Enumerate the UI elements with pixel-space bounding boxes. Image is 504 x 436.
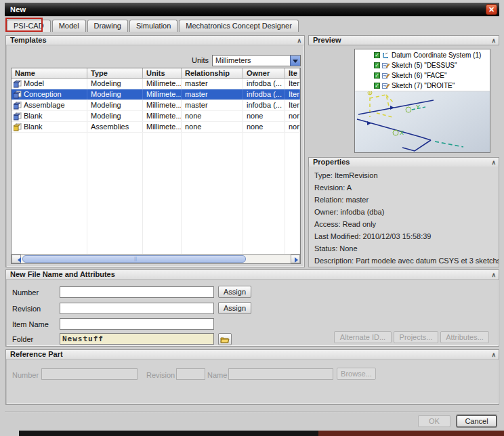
cell-type: Assemblies	[87, 122, 143, 132]
table-header[interactable]: Name Type Units Relationship Owner Ite	[12, 68, 300, 79]
cell-name: Model	[24, 79, 44, 89]
cell-units: Millimete...	[143, 79, 182, 89]
table-row[interactable]: Blank Assemblies Millimete... none none …	[12, 122, 300, 133]
folder-label: Folder	[12, 334, 33, 345]
title-bar: New ✕	[5, 3, 499, 16]
cell-item: Item	[285, 89, 300, 100]
units-value: Millimeters	[213, 56, 290, 66]
prop-type: Type: ItemRevision	[314, 171, 499, 183]
ref-number-input[interactable]	[41, 368, 138, 380]
prop-relation: Relation: master	[314, 195, 499, 207]
cell-units: Millimete...	[143, 122, 182, 132]
tab-mechatronics[interactable]: Mechatronics Concept Designer	[179, 20, 299, 32]
window-title: New	[5, 5, 26, 14]
tree-item-label: Sketch (5) "DESSUS"	[392, 62, 457, 69]
revision-input[interactable]	[60, 303, 214, 314]
cell-type: Modeling	[87, 100, 143, 110]
ref-revision-label: Revision	[146, 370, 175, 381]
scroll-left-icon[interactable]	[12, 255, 21, 263]
browse-button[interactable]: Browse...	[337, 368, 376, 380]
scrollbar-thumb[interactable]	[22, 255, 246, 263]
cell-type: Modeling	[87, 111, 143, 121]
cell-item: none	[285, 111, 300, 121]
checkbox-icon: ✓	[374, 52, 380, 58]
properties-header[interactable]: Properties ∧	[308, 157, 499, 167]
attributes-button[interactable]: Attributes...	[440, 331, 489, 343]
cell-owner: infodba (...	[243, 79, 285, 89]
table-row[interactable]: Model Modeling Millimete... master infod…	[12, 79, 300, 89]
table-row[interactable]: Assemblage Modeling Millimete... master …	[12, 100, 300, 111]
new-file-title: New File Name and Attributes	[10, 270, 115, 278]
dropdown-arrow-icon[interactable]	[290, 56, 300, 66]
collapse-caret-icon[interactable]: ∧	[491, 37, 496, 45]
units-row: UnitsMillimeters	[11, 55, 301, 66]
tree-item-sketch: ✓ Sketch (7) "DROITE"	[374, 81, 490, 91]
tree-item-sketch: ✓ Sketch (5) "DESSUS"	[374, 60, 490, 70]
tab-psi-cad[interactable]: PSI-CAD	[7, 20, 51, 32]
sketch-icon	[382, 62, 390, 69]
sketch-icon	[382, 82, 390, 89]
cancel-button[interactable]: Cancel	[457, 415, 497, 427]
properties-title: Properties	[313, 158, 350, 166]
folder-input[interactable]	[60, 333, 214, 345]
tree-item-label: Datum Coordinate System (1)	[392, 51, 481, 59]
scroll-right-icon[interactable]	[291, 255, 300, 263]
cell-owner: infodba (...	[243, 100, 285, 110]
tab-drawing[interactable]: Drawing	[87, 20, 128, 32]
wireframe-preview: Y X	[355, 91, 490, 152]
number-label: Number	[12, 287, 39, 299]
tree-item-label: Sketch (7) "DROITE"	[392, 82, 455, 89]
reference-part-header[interactable]: Reference Part ∧	[5, 349, 499, 359]
cell-units: Millimete...	[143, 89, 182, 100]
tab-model[interactable]: Model	[52, 20, 86, 32]
preview-title: Preview	[313, 36, 341, 44]
browse-folder-icon[interactable]	[218, 333, 232, 345]
cell-item: none	[285, 122, 300, 132]
preview-header[interactable]: Preview ∧	[308, 35, 499, 45]
number-input[interactable]	[60, 286, 214, 298]
prop-description: Description: Part modele avec datum CSYS…	[314, 256, 499, 268]
cell-name: Assemblage	[24, 100, 65, 110]
close-icon[interactable]: ✕	[486, 4, 497, 15]
table-row[interactable]: Blank Modeling Millimete... none none no…	[12, 111, 300, 122]
col-owner[interactable]: Owner	[243, 68, 285, 78]
col-units[interactable]: Units	[143, 68, 182, 78]
col-relationship[interactable]: Relationship	[182, 68, 243, 78]
assembly-part-icon	[14, 123, 22, 131]
units-dropdown[interactable]: Millimeters	[212, 55, 301, 66]
cell-relationship: none	[182, 122, 243, 132]
cell-item: Item	[285, 100, 300, 110]
ok-button[interactable]: OK	[418, 415, 450, 427]
part-icon	[14, 102, 22, 110]
tree-item-label: Sketch (6) "FACE"	[392, 72, 447, 79]
projects-button[interactable]: Projects...	[394, 331, 438, 343]
alternate-id-button[interactable]: Alternate ID...	[334, 331, 392, 343]
templates-title: Templates	[10, 36, 47, 44]
assign-number-button[interactable]: Assign	[218, 286, 251, 298]
ref-name-input[interactable]	[228, 368, 333, 380]
checkbox-icon: ✓	[374, 83, 380, 89]
axis-x-label: X	[400, 129, 404, 136]
templates-header[interactable]: Templates ∧	[5, 35, 305, 45]
item-name-input[interactable]	[60, 318, 214, 330]
cell-relationship: master	[182, 89, 243, 100]
new-file-header[interactable]: New File Name and Attributes ∧	[5, 269, 499, 280]
assign-revision-button[interactable]: Assign	[218, 302, 251, 314]
ref-revision-input[interactable]	[176, 368, 205, 380]
tab-simulation[interactable]: Simulation	[129, 20, 177, 32]
prop-owner: Owner: infodba (dba)	[314, 207, 499, 219]
scrollbar-track[interactable]	[21, 255, 291, 263]
horizontal-scrollbar[interactable]	[12, 254, 300, 263]
col-name[interactable]: Name	[12, 68, 87, 78]
cell-type: Modeling	[87, 79, 143, 89]
revision-label: Revision	[12, 303, 41, 315]
sketch-icon	[382, 72, 390, 79]
part-icon	[14, 80, 22, 88]
table-row-selected[interactable]: Conception Modeling Millimete... master …	[12, 89, 300, 100]
cell-name: Conception	[24, 89, 62, 100]
col-item[interactable]: Ite	[285, 68, 300, 78]
col-type[interactable]: Type	[87, 68, 143, 78]
prop-last-modified: Last Modified: 2010/12/03 15:58:39	[314, 232, 499, 244]
table-empty-area	[12, 133, 300, 254]
reference-part-title: Reference Part	[10, 350, 63, 358]
